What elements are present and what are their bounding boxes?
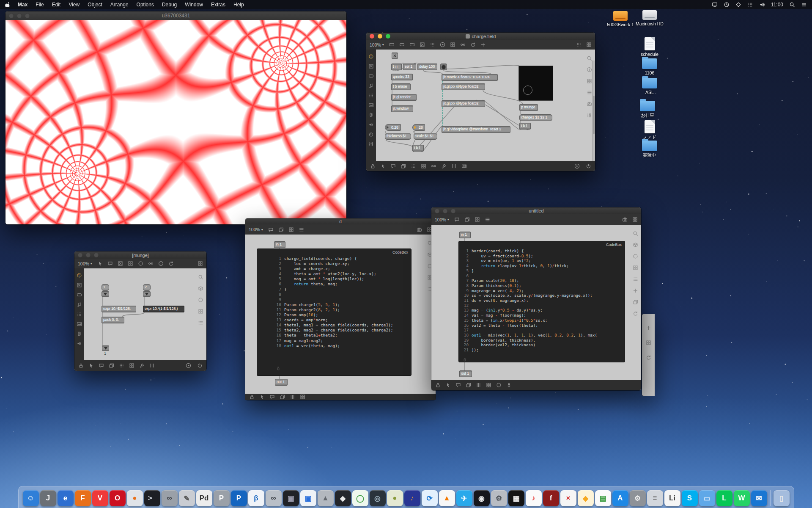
cf-bottom-keys-icon[interactable] [461, 163, 467, 169]
code-line-7[interactable]: 7Param scale(20, 10); [459, 278, 625, 283]
dock-olive[interactable]: ● [387, 490, 403, 506]
untitled-side-plus-icon[interactable] [633, 288, 638, 293]
minimize-button[interactable] [17, 14, 22, 18]
code-line-11[interactable]: 11Param charge2(8, 2, 1); [257, 307, 411, 312]
dock-app-store[interactable]: A [612, 490, 628, 506]
volume-status-icon[interactable] [759, 2, 765, 8]
close-button[interactable] [435, 209, 439, 213]
untitled-bottom-layers-icon[interactable] [466, 382, 471, 388]
munge-palette-note-icon[interactable] [77, 302, 82, 307]
untitled-bottom-jack-icon[interactable] [506, 382, 512, 388]
cf-obj-t-b-l[interactable]: t b l [412, 145, 424, 152]
cf-flo-0-28[interactable]: 0.28 [385, 124, 401, 131]
code-line-2[interactable]: 2 uv = fract(coord-0.5); [459, 254, 625, 259]
dock-green-ring[interactable]: ◯ [352, 490, 368, 506]
dock-sync[interactable]: ⟳ [422, 490, 438, 506]
gen-out1-object[interactable]: out 1 [275, 379, 288, 386]
dock-folder[interactable]: ▭ [699, 490, 715, 506]
cf-palette-image-icon[interactable] [368, 102, 374, 108]
cf-patch-canvas[interactable]: t i isel 1delay 100qmetro 33t b erasejit… [376, 50, 595, 161]
desktop-icon-2[interactable]: Macintosh HD [632, 10, 667, 26]
gen-layers-icon[interactable] [278, 227, 284, 232]
untitled-side-cube-icon[interactable] [633, 242, 638, 248]
munge-bottom-layers-icon[interactable] [109, 363, 114, 368]
edge-window-grid-icon[interactable] [646, 340, 651, 345]
menu-help[interactable]: Help [233, 2, 244, 8]
munge-zoom-control[interactable]: 100%▾ [78, 261, 92, 266]
gen-titlebar[interactable]: d [245, 218, 436, 224]
untitled-side-circle-icon[interactable] [633, 254, 638, 259]
cf-bottom-power-icon[interactable] [586, 163, 591, 169]
cf-obj-jit-gl-render[interactable]: jit.gl.render [391, 94, 417, 101]
cf-palette-dial-icon[interactable] [368, 132, 374, 137]
munge-obj-pack-0-0[interactable]: pack 0. 0. [102, 317, 124, 323]
dock-line[interactable]: L [716, 490, 732, 506]
cf-obj-p-munge[interactable]: p munge [519, 104, 538, 111]
cf-palette-dots-icon[interactable] [368, 93, 374, 98]
munge-bottom-lock-icon[interactable] [78, 363, 84, 368]
untitled-out1-object[interactable]: out 1 [459, 370, 472, 377]
cf-obj-jit-gl-videoplane-transf[interactable]: jit.gl.videoplane @transform_reset 2 [442, 126, 510, 133]
cf-obj-jit-gl-pix-type-float32[interactable]: jit.gl.pix @type float32 [442, 100, 485, 107]
gen-zoom-control[interactable]: 100%▾ [249, 227, 263, 232]
munge-palette-palette-icon[interactable] [77, 273, 82, 278]
munge-obj-expr-10-f1-128[interactable]: expr 10.*$f1/128. [102, 306, 136, 312]
cf-bottom-grid-icon[interactable] [421, 163, 426, 169]
dots-status-icon[interactable] [747, 2, 753, 8]
untitled-right-grid-icon[interactable] [632, 217, 638, 222]
cf-palette-mixer-icon[interactable] [368, 141, 374, 147]
tag-status-icon[interactable] [735, 2, 741, 8]
code-line-8[interactable]: 8 [257, 292, 411, 297]
cf-palette-speaker-icon[interactable] [368, 122, 374, 127]
munge-palette-speaker-icon[interactable] [77, 341, 82, 346]
minimize-button[interactable] [443, 209, 447, 213]
dock-gear[interactable]: ⚙ [491, 490, 507, 506]
code-line-18[interactable]: 18out1 = mix(vec(1, 1, 1, 1), vec(1, 0.2… [459, 333, 625, 338]
untitled-list-icon[interactable] [485, 217, 490, 222]
desktop-icon-4[interactable]: 1106 [632, 58, 667, 75]
notification-center-icon[interactable] [801, 2, 807, 8]
untitled-bottom-circle-icon[interactable] [496, 382, 502, 388]
untitled-right-camera-icon[interactable] [622, 217, 628, 222]
code-line-12[interactable]: 12 [459, 303, 625, 308]
display-status-icon[interactable] [712, 2, 718, 8]
cf-bottom-columns-icon[interactable] [451, 163, 457, 169]
cf-palette-toggle-icon[interactable] [368, 64, 374, 69]
cf-zoom-control[interactable]: 100%▾ [370, 42, 384, 47]
code-line-15[interactable]: 15theta2, mag2 = charge_field(coords, ch… [257, 328, 411, 333]
dock-mail-blue[interactable]: ✉ [751, 490, 767, 506]
dock-vlc[interactable]: ▲ [439, 490, 455, 506]
menu-extras[interactable]: Extras [211, 2, 225, 8]
edge-window-refresh-icon[interactable] [646, 355, 651, 360]
minimize-button[interactable] [378, 34, 382, 39]
cf-side-list-icon[interactable] [587, 90, 592, 95]
untitled-side-grid-icon[interactable] [633, 265, 638, 271]
code-line-8[interactable]: 8Param thickness(0.1); [459, 283, 625, 288]
munge-bottom-dots-icon[interactable] [119, 363, 124, 368]
cf-obj-jit-window[interactable]: jit.window [391, 105, 413, 112]
history-status-icon[interactable] [724, 2, 730, 8]
munge-toggle-icon[interactable] [118, 261, 123, 266]
charge-field-titlebar[interactable]: charge.field [366, 33, 595, 40]
code-line-14[interactable]: 14val = mag - floor(mag); [459, 313, 625, 318]
gen-bottom-chat-icon[interactable] [269, 394, 275, 400]
cf-obj-sel-1[interactable]: sel 1 [403, 64, 416, 70]
gen-right-camera-icon[interactable] [417, 227, 422, 232]
cf-side-mixer-icon[interactable] [587, 113, 592, 118]
dock-vivaldi[interactable]: V [92, 490, 108, 506]
cf-side-search-icon[interactable] [587, 55, 592, 61]
menu-arrange[interactable]: Arrange [110, 2, 129, 8]
untitled-bottom-lock-icon[interactable] [435, 382, 441, 388]
munge-side-circle-icon[interactable] [198, 297, 203, 303]
dock-telegram[interactable]: ✈ [456, 490, 472, 506]
dock-lens[interactable]: ◎ [370, 490, 386, 506]
menu-file[interactable]: File [36, 2, 44, 8]
dock-trash[interactable]: ▯ [774, 490, 790, 506]
code-line-15[interactable]: 15theta = (in.x/twopi+1)*0.5*ss.x; [459, 318, 625, 323]
code-line-4[interactable]: 4 return clamp(uv-1+thick, 0, 1)/thick; [459, 263, 625, 268]
cf-bottom-cursor-icon[interactable] [380, 163, 386, 169]
cf-play-icon[interactable] [440, 42, 445, 47]
code-line-6[interactable]: 6 return theta, mag; [257, 282, 411, 287]
cf-obj-qmetro-33[interactable]: qmetro 33 [391, 74, 413, 80]
code-line-16[interactable]: 16theta = theta1+theta2; [257, 333, 411, 338]
